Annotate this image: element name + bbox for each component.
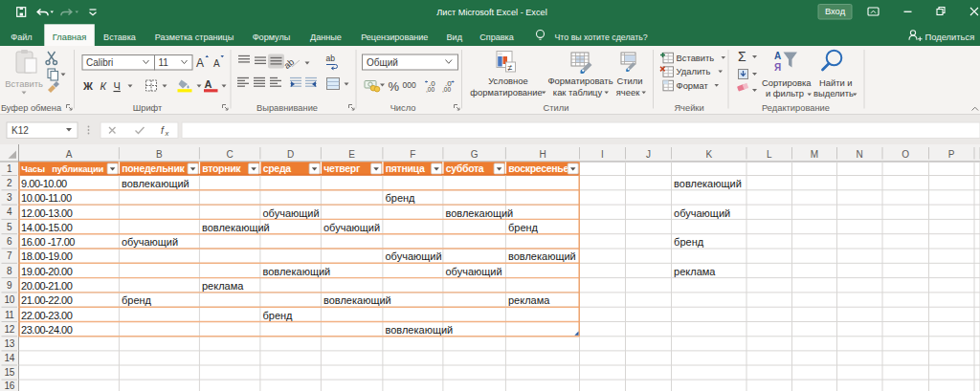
- svg-text:12: 12: [5, 323, 15, 334]
- svg-text:L: L: [767, 149, 772, 160]
- svg-text:Выравнивание: Выравнивание: [256, 103, 318, 113]
- svg-text:бренд: бренд: [122, 294, 152, 306]
- svg-text:Я: Я: [774, 62, 781, 73]
- svg-text:G: G: [471, 149, 479, 160]
- svg-text:Формулы: Формулы: [253, 32, 291, 41]
- svg-text:бренд: бренд: [386, 192, 416, 204]
- svg-text:Σ: Σ: [738, 49, 746, 64]
- svg-text:Шрифт: Шрифт: [133, 103, 163, 113]
- svg-text:Разметка страницы: Разметка страницы: [155, 32, 234, 41]
- svg-text:обучающий: обучающий: [386, 250, 442, 262]
- svg-text:Удалить: Удалить: [677, 66, 711, 76]
- svg-text:Общий: Общий: [367, 57, 398, 68]
- svg-text:А: А: [213, 58, 220, 69]
- svg-text:форматирование: форматирование: [470, 87, 542, 98]
- svg-text:4: 4: [7, 206, 12, 217]
- svg-text:K: K: [705, 149, 712, 160]
- svg-text:5: 5: [7, 221, 12, 231]
- svg-text:обучающий: обучающий: [323, 221, 380, 232]
- svg-text:J: J: [646, 149, 651, 160]
- svg-text:1: 1: [7, 163, 12, 174]
- svg-text:Ж: Ж: [82, 80, 93, 92]
- svg-text:10: 10: [5, 294, 15, 305]
- svg-text:10.00-11.00: 10.00-11.00: [21, 192, 72, 204]
- svg-text:15: 15: [5, 367, 15, 378]
- svg-text:Ч: Ч: [114, 80, 121, 92]
- svg-text:четверг: четверг: [323, 163, 361, 174]
- svg-text:P: P: [948, 149, 955, 160]
- svg-text:понедельник: понедельник: [122, 163, 185, 174]
- svg-text:3: 3: [7, 192, 12, 203]
- svg-text:Ячейки: Ячейки: [674, 103, 703, 113]
- svg-text:вовлекающий: вовлекающий: [263, 265, 331, 276]
- svg-text:Справка: Справка: [479, 32, 515, 41]
- svg-text:обучающий: обучающий: [446, 265, 502, 276]
- svg-text:Буфер обмена: Буфер обмена: [1, 103, 62, 113]
- svg-text:F: F: [410, 149, 415, 160]
- svg-text:обучающий: обучающий: [674, 206, 730, 218]
- svg-text:вовлекающий: вовлекающий: [674, 177, 742, 188]
- svg-text:среда: среда: [263, 163, 292, 174]
- svg-text:9.00-10.00: 9.00-10.00: [21, 177, 67, 188]
- svg-text:выделить: выделить: [813, 88, 854, 98]
- svg-text:C: C: [226, 149, 233, 160]
- svg-text:обучающий: обучающий: [263, 206, 320, 218]
- svg-text:Вид: Вид: [447, 32, 463, 41]
- svg-text:вовлекающий: вовлекающий: [446, 206, 514, 218]
- svg-text:Редактирование: Редактирование: [762, 103, 830, 113]
- svg-text:11: 11: [159, 57, 169, 68]
- svg-text:H: H: [539, 149, 546, 160]
- svg-text:16.00 -17.00: 16.00 -17.00: [21, 236, 75, 248]
- svg-text:%: %: [389, 79, 400, 94]
- svg-text:Число: Число: [390, 103, 416, 113]
- svg-text:Сортировка: Сортировка: [762, 77, 812, 88]
- svg-text:8: 8: [7, 265, 12, 275]
- svg-text:6: 6: [7, 235, 12, 246]
- svg-text:20.00-21.00: 20.00-21.00: [21, 280, 73, 292]
- svg-text:вовлекающий: вовлекающий: [323, 294, 391, 306]
- svg-text:Часы публикации: Часы публикации: [21, 163, 103, 174]
- svg-text:Найти и: Найти и: [819, 77, 853, 88]
- svg-text:22.00-23.00: 22.00-23.00: [21, 309, 73, 320]
- svg-text:14: 14: [5, 353, 15, 363]
- svg-text:13: 13: [5, 338, 15, 349]
- svg-text:обучающий: обучающий: [122, 236, 178, 248]
- svg-text:вторник: вторник: [202, 163, 241, 174]
- svg-text:бренд: бренд: [263, 309, 294, 320]
- svg-text:Поделиться: Поделиться: [925, 31, 975, 41]
- svg-text:A: A: [66, 149, 73, 160]
- svg-text:O: O: [902, 149, 909, 160]
- svg-text:ab: ab: [326, 54, 336, 63]
- svg-text:А: А: [196, 56, 204, 70]
- svg-text:11: 11: [5, 309, 14, 319]
- svg-text:Лист Microsoft Excel - Excel: Лист Microsoft Excel - Excel: [436, 8, 546, 17]
- svg-text:19.00-20.00: 19.00-20.00: [21, 265, 73, 276]
- svg-text:,00: ,00: [442, 86, 451, 93]
- svg-text:вовлекающий: вовлекающий: [508, 250, 576, 262]
- svg-text:А: А: [205, 78, 212, 90]
- svg-text:M: M: [811, 149, 818, 160]
- svg-text:2: 2: [7, 177, 12, 187]
- svg-text:Вставить: Вставить: [677, 53, 715, 63]
- svg-text:x: x: [165, 128, 169, 137]
- svg-text:7: 7: [7, 250, 12, 261]
- svg-text:вовлекающий: вовлекающий: [386, 323, 454, 335]
- svg-text:Формат: Формат: [677, 80, 709, 91]
- svg-text:реклама: реклама: [202, 280, 244, 292]
- svg-text:Что вы хотите сделать?: Что вы хотите сделать?: [555, 32, 648, 41]
- svg-text:Форматировать: Форматировать: [547, 76, 612, 86]
- svg-text:как таблицу: как таблицу: [553, 87, 603, 98]
- svg-text:18.00-19.00: 18.00-19.00: [21, 250, 73, 262]
- svg-text:Файл: Файл: [11, 32, 32, 41]
- svg-text:ячеек: ячеек: [616, 87, 640, 98]
- svg-text:≠: ≠: [508, 63, 513, 73]
- svg-text:14.00-15.00: 14.00-15.00: [21, 221, 73, 232]
- svg-text:Вход: Вход: [825, 6, 846, 16]
- svg-text:и фильтр: и фильтр: [766, 88, 804, 98]
- svg-text:пятница: пятница: [386, 163, 425, 174]
- svg-text:суббота: суббота: [446, 163, 484, 174]
- svg-text:Главная: Главная: [53, 31, 87, 41]
- svg-text:реклама: реклама: [674, 265, 716, 276]
- svg-text:вовлекающий: вовлекающий: [202, 221, 270, 232]
- svg-text:Стили: Стили: [616, 76, 642, 86]
